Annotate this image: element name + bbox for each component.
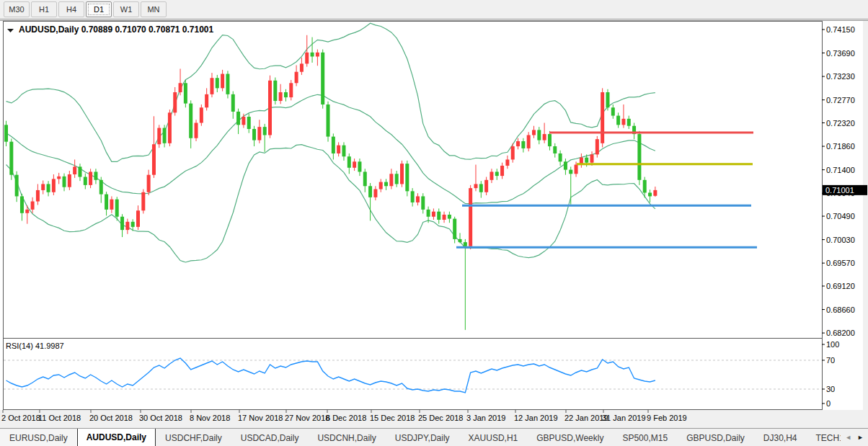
candle-body xyxy=(295,72,298,84)
candle-body xyxy=(305,53,309,64)
candle xyxy=(168,110,172,146)
tabs-scroll-right-icon[interactable]: ► xyxy=(857,429,864,446)
timeframe-button-h4[interactable]: H4 xyxy=(58,1,84,17)
candle xyxy=(226,71,229,98)
price-chart-canvas: 0.741500.736900.732300.727700.723200.718… xyxy=(0,20,868,428)
candle-body xyxy=(621,119,625,125)
candle-body xyxy=(184,83,187,103)
timeframe-button-w1[interactable]: W1 xyxy=(113,1,139,17)
tab-sp500-m15[interactable]: SP500,M15 xyxy=(613,429,677,446)
candle-body xyxy=(606,92,609,107)
tab-usdcnh-daily[interactable]: USDCNH,Daily xyxy=(308,429,385,446)
candle-body xyxy=(353,161,356,167)
candle-body xyxy=(427,210,430,217)
candle-body xyxy=(257,127,261,140)
candle-body xyxy=(125,222,129,230)
candle-body xyxy=(89,171,92,184)
candle-body xyxy=(653,190,657,196)
date-label: 9 Feb 2019 xyxy=(647,414,687,422)
candle-body xyxy=(279,92,283,101)
candle-body xyxy=(157,128,161,145)
candle xyxy=(9,138,13,179)
date-label: 20 Oct 2018 xyxy=(89,414,133,422)
tab-usdchf-daily[interactable]: USDCHF,Daily xyxy=(156,429,231,446)
candle-body xyxy=(500,166,504,176)
price-tick-label: 0.72320 xyxy=(826,119,855,128)
tab-usdjpy-daily[interactable]: USDJPY,Daily xyxy=(386,429,459,446)
candle xyxy=(273,78,277,105)
candle-body xyxy=(52,179,56,192)
tab-xauusd-h1[interactable]: XAUUSD,H1 xyxy=(459,429,528,446)
candle-body xyxy=(216,78,219,88)
candle-body xyxy=(15,175,19,197)
timeframe-button-h1[interactable]: H1 xyxy=(31,1,57,17)
tab-usdcad-daily[interactable]: USDCAD,Daily xyxy=(231,429,309,446)
timeframe-button-d1[interactable]: D1 xyxy=(86,1,112,17)
candle-body xyxy=(484,180,488,192)
tab-eurusd-daily[interactable]: EURUSD,Daily xyxy=(0,429,77,446)
timeframe-button-m30[interactable]: M30 xyxy=(4,1,30,17)
price-tick-label: 0.73690 xyxy=(826,49,855,58)
candle-body xyxy=(173,92,177,112)
candle-body xyxy=(505,159,509,165)
tab-tech100-h1[interactable]: TECH100,H1 xyxy=(807,429,841,446)
candle xyxy=(141,189,145,214)
candle-body xyxy=(94,171,97,179)
candle-body xyxy=(437,212,440,220)
price-tick-label: 0.69570 xyxy=(826,259,855,267)
price-tick-label: 0.71860 xyxy=(826,142,855,151)
candle-body xyxy=(327,104,330,137)
candle-body xyxy=(448,215,451,219)
candle-body xyxy=(141,192,145,210)
candle-body xyxy=(200,107,203,122)
candle-body xyxy=(247,117,251,129)
price-tick-label: 0.70030 xyxy=(826,236,855,244)
candle xyxy=(601,88,604,147)
tab-gbpusd-daily[interactable]: GBPUSD,Daily xyxy=(677,429,754,446)
candle-body xyxy=(332,137,335,153)
candle-body xyxy=(585,158,588,163)
candle-body xyxy=(73,166,76,174)
candle-body xyxy=(575,165,578,174)
candle-body xyxy=(337,146,340,153)
candle-body xyxy=(168,112,172,143)
candle xyxy=(268,76,272,138)
candle-body xyxy=(268,81,272,135)
candle-body xyxy=(9,142,13,175)
candle-body xyxy=(226,74,229,94)
candle-body xyxy=(564,161,567,169)
candle-body xyxy=(595,139,599,154)
candle-body xyxy=(395,174,399,184)
candle xyxy=(469,185,472,249)
tab-audusd-daily[interactable]: AUDUSD,Daily xyxy=(77,429,156,446)
candle-body xyxy=(131,222,135,227)
rsi-indicator-label: RSI(14) 41.9987 xyxy=(6,342,64,350)
candle-body xyxy=(31,202,35,210)
tab-gbpusd-weekly[interactable]: GBPUSD,Weekly xyxy=(527,429,613,446)
candle-body xyxy=(469,188,472,246)
candle xyxy=(327,102,330,142)
rsi-scale-label: 100 xyxy=(826,340,839,349)
timeframe-button-mn[interactable]: MN xyxy=(141,1,167,17)
candle-body xyxy=(373,189,377,197)
tab-scroll-controls: ◄ ► xyxy=(841,429,868,446)
candle-body xyxy=(548,134,552,146)
candle xyxy=(400,161,404,187)
candle-body xyxy=(311,53,314,57)
candle xyxy=(200,104,203,126)
candle-body xyxy=(379,182,383,189)
date-label: 3 Jan 2019 xyxy=(466,414,505,422)
tab-dj30-h4[interactable]: DJ30,H4 xyxy=(754,429,807,446)
date-label: 31 Jan 2019 xyxy=(602,414,646,422)
candle xyxy=(637,131,641,185)
candle-body xyxy=(152,144,156,174)
candle-body xyxy=(25,210,29,213)
candle-body xyxy=(443,215,446,220)
tabs-scroll-left-icon[interactable]: ◄ xyxy=(845,429,851,446)
candle-body xyxy=(163,128,167,143)
candle xyxy=(184,80,187,107)
candle-body xyxy=(464,242,467,246)
candle-body xyxy=(68,174,71,187)
candle-body xyxy=(601,92,604,143)
candle-body xyxy=(236,112,240,125)
